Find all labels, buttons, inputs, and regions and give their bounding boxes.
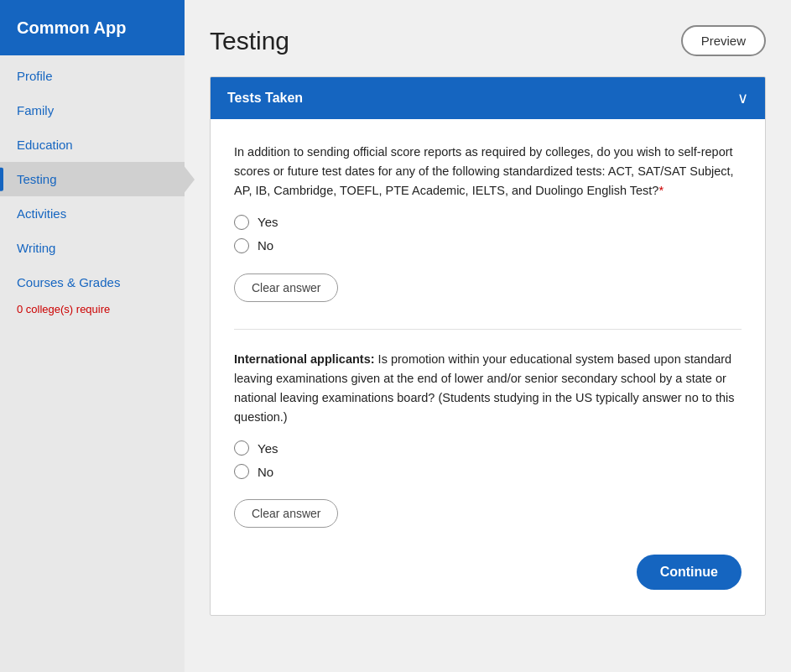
courses-grades-sub: 0 college(s) require (0, 300, 185, 324)
question-2-no-option[interactable]: No (234, 464, 742, 479)
sidebar-item-testing[interactable]: Testing (0, 162, 185, 196)
preview-button[interactable]: Preview (681, 25, 766, 56)
sidebar-item-courses-grades[interactable]: Courses & Grades (0, 265, 185, 300)
card-body: In addition to sending official score re… (211, 119, 765, 615)
question-1-yes-option[interactable]: Yes (234, 215, 742, 230)
sidebar-nav: Profile Family Education Testing Activit… (0, 55, 185, 324)
page-title: Testing (210, 27, 289, 55)
sidebar-item-family[interactable]: Family (0, 93, 185, 128)
question-2-radio-group: Yes No (234, 440, 742, 479)
question-1-clear-button[interactable]: Clear answer (234, 273, 338, 302)
questions-divider (234, 329, 742, 330)
question-1-text: In addition to sending official score re… (234, 143, 742, 201)
sidebar-item-activities[interactable]: Activities (0, 196, 185, 231)
question-1-yes-radio[interactable] (234, 215, 249, 230)
question-1-radio-group: Yes No (234, 215, 742, 253)
card-header: Tests Taken ∨ (211, 77, 765, 119)
sidebar-item-profile[interactable]: Profile (0, 59, 185, 93)
card-header-title: Tests Taken (227, 91, 303, 106)
page-header: Testing Preview (210, 25, 766, 56)
tests-taken-card: Tests Taken ∨ In addition to sending off… (210, 76, 766, 616)
question-1-no-option[interactable]: No (234, 238, 742, 253)
sidebar-item-writing[interactable]: Writing (0, 231, 185, 265)
question-2-block: International applicants: Is promotion w… (234, 350, 742, 529)
question-1-block: In addition to sending official score re… (234, 143, 742, 302)
brand-label: Common App (17, 18, 126, 38)
continue-row: Continue (234, 555, 742, 590)
question-2-text: International applicants: Is promotion w… (234, 350, 742, 428)
sidebar-item-education[interactable]: Education (0, 128, 185, 162)
sidebar-brand: Common App (0, 0, 185, 55)
chevron-down-icon[interactable]: ∨ (737, 89, 748, 107)
continue-button[interactable]: Continue (637, 555, 742, 590)
sidebar: Common App Profile Family Education Test… (0, 0, 185, 672)
question-2-yes-option[interactable]: Yes (234, 440, 742, 456)
question-2-clear-button[interactable]: Clear answer (234, 499, 338, 528)
question-1-no-radio[interactable] (234, 238, 249, 253)
question-2-yes-radio[interactable] (234, 440, 249, 456)
main-content: Testing Preview Tests Taken ∨ In additio… (185, 0, 791, 672)
question-2-no-radio[interactable] (234, 464, 249, 479)
